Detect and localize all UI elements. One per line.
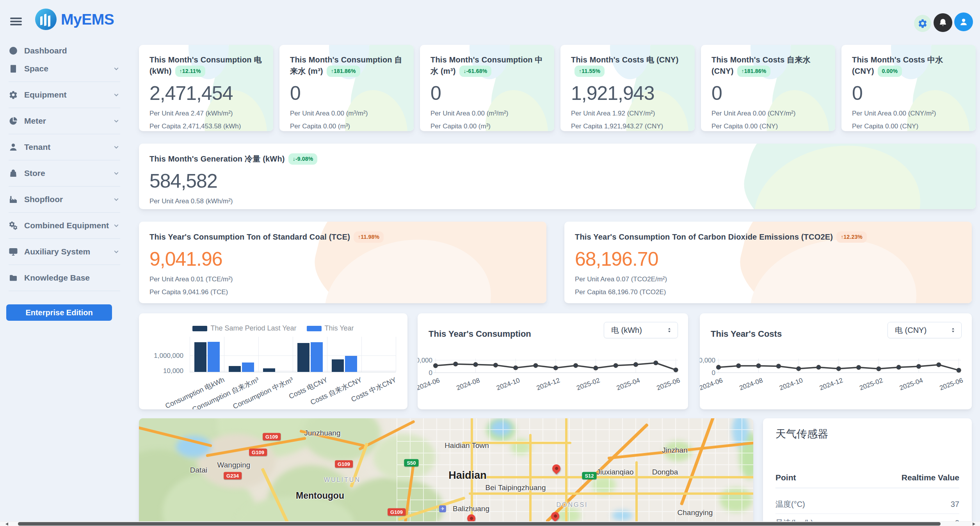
monitor-icon	[9, 247, 18, 256]
stat-card-value: 0	[290, 82, 403, 105]
bar-last-year[interactable]	[194, 342, 206, 372]
map-label-wangping: Wangping	[217, 461, 251, 469]
weather-row: 温度(°C)37	[775, 495, 959, 514]
factory-icon	[9, 195, 18, 204]
svg-text:2024-10: 2024-10	[778, 377, 804, 392]
sidebar-item-knowledge-base[interactable]: Knowledge Base	[0, 269, 126, 287]
scroll-right-arrow[interactable]	[973, 522, 975, 526]
stat-card-title: This Month's Consumption 电 (kWh)↑12.11%	[149, 55, 263, 77]
per-capita: Per Capita 0.00 (m³)	[290, 123, 403, 130]
svg-text:2024-06: 2024-06	[700, 377, 724, 392]
stat-card-value: 0	[852, 82, 965, 105]
sidebar-item-shopfloor[interactable]: Shopfloor	[0, 190, 126, 208]
per-capita: Per Capita 0.00 (CNY)	[711, 123, 825, 130]
svg-text:2025-06: 2025-06	[656, 377, 681, 392]
chevron-down-icon	[112, 169, 120, 177]
airport-icon: ✈	[439, 505, 446, 512]
stat-card: This Month's Consumption 电 (kWh)↑12.11%2…	[139, 45, 273, 131]
stat-card-title: This Month's Costs 中水 (CNY)0.00%	[852, 55, 965, 77]
per-unit-area: Per Unit Area 0.00 (m³/m²)	[290, 110, 403, 117]
per-unit-area: Per Unit Area 0.01 (TCE/m²)	[149, 275, 536, 283]
svg-text:0: 0	[429, 369, 432, 377]
sidebar-divider	[9, 186, 120, 187]
map-label-bei-taipingzhuang: Bei Taipingzhuang	[484, 483, 547, 492]
bar-this-year[interactable]	[208, 342, 220, 372]
sidebar-item-store[interactable]: Store	[0, 164, 126, 182]
comparison-bar-chart-card: The Same Period Last Year This Year 1,00…	[139, 313, 407, 409]
bar-this-year[interactable]	[345, 356, 357, 372]
hamburger-icon[interactable]	[10, 18, 22, 25]
stat-card-title: This Year's Consumption Ton of Standard …	[149, 231, 536, 243]
sidebar-divider	[9, 108, 120, 108]
gear-icon	[918, 18, 928, 28]
stat-card-value: 0	[711, 82, 825, 105]
bar-y-tick: 10,000	[144, 367, 183, 375]
weather-card-title: 天气传感器	[775, 427, 828, 441]
map-label-haidian-town: Haidian Town	[445, 441, 489, 450]
sidebar-item-auxiliary-system[interactable]: Auxiliary System	[0, 243, 126, 261]
scrollbar-thumb[interactable]	[18, 522, 941, 526]
legend-last-year[interactable]: The Same Period Last Year	[192, 324, 296, 332]
sidebar-item-label: Dashboard	[24, 46, 67, 55]
line-chart-title: This Year's Costs	[711, 329, 782, 339]
svg-text:10,000,000: 10,000,000	[700, 357, 715, 364]
weather-point: 温度(°C)	[775, 499, 805, 510]
per-unit-area: Per Unit Area 2.47 (kWh/m²)	[149, 110, 263, 117]
sidebar-item-space[interactable]: Space	[0, 60, 126, 78]
sidebar-divider	[9, 212, 120, 213]
sidebar-item-tenant[interactable]: Tenant	[0, 138, 126, 156]
svg-text:2025-04: 2025-04	[898, 377, 924, 392]
bar-last-year[interactable]	[263, 368, 275, 372]
legend-this-year[interactable]: This Year	[307, 324, 354, 332]
bar-last-year[interactable]	[332, 359, 344, 372]
generation-card: This Month's Generation 冷量 (kWh)↓-9.08% …	[139, 144, 976, 209]
map-label-wulitun: WULITUN	[324, 476, 361, 483]
building-icon	[9, 64, 18, 73]
sidebar-item-meter[interactable]: Meter	[0, 112, 126, 130]
sidebar-item-equipment[interactable]: Equipment	[0, 86, 126, 104]
map-label-datai: Datai	[190, 466, 207, 474]
sidebar-item-label: Auxiliary System	[24, 247, 90, 256]
stat-card: This Month's Consumption 中水 (m³)↓-61.68%…	[420, 45, 554, 131]
settings-button[interactable]	[914, 15, 931, 32]
per-unit-area: Per Unit Area 0.00 (m³/m²)	[430, 110, 544, 117]
bar-this-year[interactable]	[311, 342, 323, 372]
generation-card-title: This Month's Generation 冷量 (kWh)↓-9.08%	[149, 153, 965, 165]
weather-value: 37	[951, 500, 959, 509]
per-capita: Per Capita 0.00 (m³)	[430, 123, 544, 130]
gauge-icon	[9, 46, 18, 55]
sidebar-item-combined-equipment[interactable]: Combined Equipment	[0, 217, 126, 235]
road-badge: G109	[335, 460, 353, 468]
map-label-haidian: Haidian	[448, 469, 487, 482]
consumption-line-chart-card: This Year's Consumption 电 (kWh) 10,000,0…	[418, 313, 688, 409]
bar-last-year[interactable]	[297, 343, 309, 372]
trend-badge: ↑11.55%	[574, 66, 605, 77]
bar-chart-legend: The Same Period Last Year This Year	[139, 324, 407, 332]
per-unit-area: Per Unit Area 0.07 (TCO2E/m²)	[575, 275, 961, 283]
energy-type-select[interactable]: 电 (CNY)	[888, 322, 962, 338]
trend-badge: ↓-61.68%	[459, 66, 492, 77]
stat-card: This Month's Costs 自来水 (CNY)↑181.86%0Per…	[701, 45, 835, 131]
stat-card-value: 0	[430, 82, 544, 105]
map[interactable]: JunzhuangWangpingDataiMentougouWULITUNHa…	[139, 418, 753, 526]
map-label-balizhuang: Balizhuang	[453, 505, 489, 513]
brand-logo-icon	[35, 9, 57, 30]
user-icon	[9, 142, 18, 152]
stat-card-value: 68,196.70	[575, 248, 961, 270]
enterprise-edition-button[interactable]: Enterprise Edition	[6, 304, 112, 321]
scroll-left-arrow[interactable]	[5, 522, 8, 526]
notifications-button[interactable]	[934, 13, 952, 32]
per-capita: Per Capita 68,196.70 (TCO2E)	[575, 288, 961, 296]
trend-badge: ↑181.86%	[327, 66, 360, 77]
bar-this-year[interactable]	[242, 363, 254, 372]
energy-type-select[interactable]: 电 (kWh)	[604, 322, 678, 338]
account-button[interactable]	[954, 12, 973, 31]
per-unit-area: Per Unit Area 1.92 (CNY/m²)	[571, 110, 684, 117]
brand-logo[interactable]: MyEMS	[35, 9, 114, 30]
sidebar-item-dashboard[interactable]: Dashboard	[0, 42, 126, 60]
svg-text:0: 0	[712, 369, 715, 377]
svg-text:2024-10: 2024-10	[495, 377, 521, 392]
sidebar-item-label: Store	[24, 169, 45, 178]
road-badge: G109	[263, 433, 281, 441]
bar-last-year[interactable]	[229, 366, 241, 372]
